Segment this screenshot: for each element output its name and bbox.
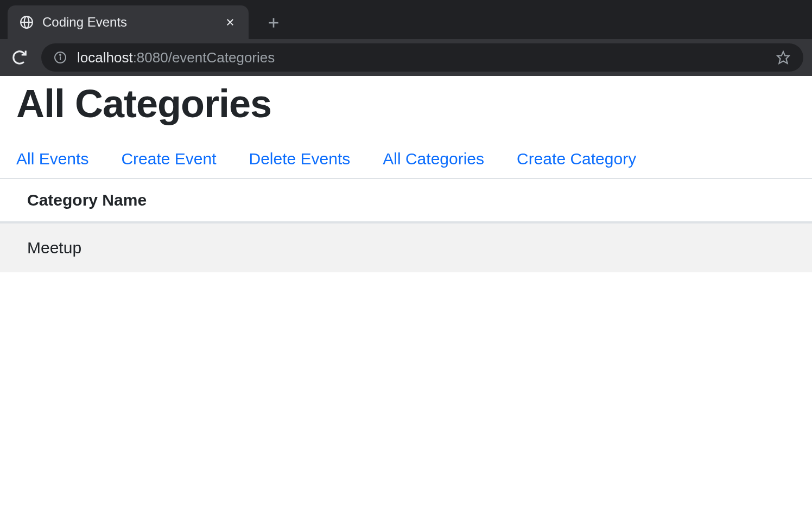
info-icon[interactable] [53, 50, 67, 65]
tab-bar: Coding Events [0, 0, 812, 39]
globe-icon [20, 15, 34, 29]
categories-table-container: Category Name Meetup [0, 178, 812, 272]
table-header-category-name: Category Name [0, 178, 812, 222]
nav-link-all-categories[interactable]: All Categories [383, 150, 484, 168]
url-host: localhost [77, 49, 133, 66]
svg-marker-10 [777, 52, 789, 63]
address-bar[interactable]: localhost:8080/eventCategories [41, 43, 803, 72]
nav-link-delete-events[interactable]: Delete Events [249, 150, 350, 168]
browser-toolbar: localhost:8080/eventCategories [0, 39, 812, 76]
page-content: All Categories All Events Create Event D… [0, 76, 812, 272]
nav-link-create-event[interactable]: Create Event [121, 150, 216, 168]
table-row: Meetup [0, 222, 812, 272]
url-text: localhost:8080/eventCategories [77, 49, 775, 66]
url-path: :8080/eventCategories [133, 49, 275, 66]
tab-title: Coding Events [42, 15, 218, 30]
categories-table: Category Name Meetup [0, 178, 812, 272]
table-cell-category-name: Meetup [0, 222, 812, 272]
svg-point-9 [60, 54, 61, 55]
browser-chrome: Coding Events [0, 0, 812, 76]
nav-links: All Events Create Event Delete Events Al… [0, 141, 812, 178]
nav-link-create-category[interactable]: Create Category [517, 150, 636, 168]
reload-button[interactable] [9, 47, 30, 68]
browser-tab[interactable]: Coding Events [8, 5, 249, 39]
bookmark-button[interactable] [775, 49, 791, 66]
nav-link-all-events[interactable]: All Events [16, 150, 88, 168]
close-icon[interactable] [224, 16, 237, 29]
new-tab-button[interactable] [261, 10, 287, 36]
page-title: All Categories [16, 81, 796, 126]
